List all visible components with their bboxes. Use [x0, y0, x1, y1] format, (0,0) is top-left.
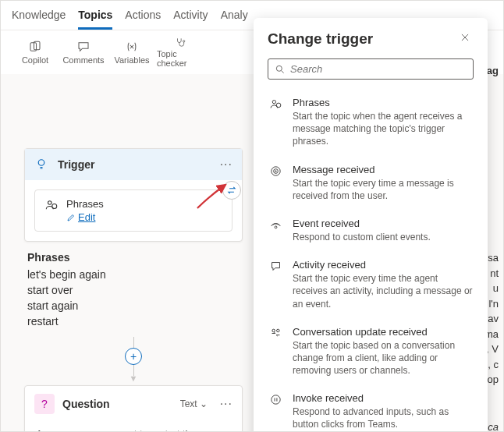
- trigger-option-phrases[interactable]: PhrasesStart the topic when the agent re…: [268, 90, 474, 158]
- pause-circle-icon: [268, 392, 283, 430]
- question-more-menu[interactable]: ···: [220, 397, 232, 411]
- question-header: ? Question Text ⌄ ···: [25, 386, 242, 422]
- phrase-line: start again: [27, 298, 240, 313]
- svg-point-5: [52, 204, 57, 209]
- phrase-line: start over: [27, 282, 240, 298]
- option-desc: Start the topic based on a conversation …: [293, 339, 474, 377]
- tab-topics[interactable]: Topics: [78, 9, 112, 30]
- svg-point-15: [271, 395, 279, 404]
- toolbar-topic-checker[interactable]: Topic checker: [157, 37, 204, 68]
- toolbar-comments[interactable]: Comments: [60, 37, 107, 68]
- svg-point-10: [273, 168, 278, 173]
- close-panel-button[interactable]: [456, 30, 474, 48]
- option-name: Conversation update received: [293, 326, 474, 338]
- copilot-icon: [28, 40, 42, 54]
- add-node-button[interactable]: +: [125, 348, 142, 365]
- phrase-line: restart: [27, 313, 240, 329]
- comment-icon: [76, 40, 91, 54]
- question-body: Are you sure you want to restart the...: [25, 422, 242, 432]
- target-icon: [268, 164, 283, 202]
- option-name: Message received: [293, 164, 474, 175]
- people-swap-icon: [268, 326, 283, 377]
- arrowhead-icon: ▼: [130, 376, 138, 381]
- option-desc: Start the topic every time the agent rec…: [293, 272, 474, 310]
- question-mark-icon: ?: [34, 394, 55, 414]
- broadcast-icon: [268, 218, 283, 243]
- tab-knowledge[interactable]: Knowledge: [12, 9, 66, 30]
- svg-point-14: [276, 329, 279, 332]
- edit-phrases-link[interactable]: Edit: [66, 211, 104, 223]
- trigger-more-menu[interactable]: ···: [220, 158, 232, 172]
- option-name: Invoke received: [293, 392, 474, 404]
- trigger-option-message[interactable]: Message receivedStart the topic every ti…: [268, 158, 474, 211]
- option-desc: Respond to custom client events.: [293, 231, 431, 243]
- trigger-option-activity[interactable]: Activity receivedStart the topic every t…: [268, 253, 474, 320]
- trigger-option-invoke[interactable]: Invoke receivedRespond to advanced input…: [268, 386, 474, 432]
- trigger-header: Trigger ···: [25, 149, 242, 180]
- question-node[interactable]: ? Question Text ⌄ ··· Are you sure you w…: [24, 385, 243, 432]
- trigger-option-conversation-update[interactable]: Conversation update receivedStart the to…: [268, 320, 474, 387]
- phrases-preview: Phrases let's begin again start over sta…: [24, 242, 243, 332]
- toolbar-comments-label: Comments: [62, 55, 104, 65]
- search-field[interactable]: [290, 63, 467, 75]
- node-connector: + ▼: [24, 332, 243, 385]
- option-desc: Respond to advanced inputs, such as butt…: [293, 405, 474, 430]
- trigger-option-event[interactable]: Event receivedRespond to custom client e…: [268, 211, 474, 253]
- person-chat-icon: [44, 198, 59, 214]
- toolbar-variables[interactable]: Variables: [108, 37, 155, 68]
- svg-point-7: [272, 101, 275, 104]
- question-type-dropdown[interactable]: Text ⌄: [180, 398, 208, 409]
- person-chat-icon: [268, 97, 283, 148]
- option-desc: Start the topic when the agent receives …: [293, 110, 474, 148]
- chevron-down-icon: ⌄: [200, 398, 208, 409]
- tab-actions[interactable]: Actions: [125, 9, 161, 30]
- toolbar-topicchecker-label: Topic checker: [157, 49, 204, 68]
- svg-point-2: [183, 41, 185, 42]
- swap-icon: [226, 185, 237, 196]
- svg-point-6: [276, 66, 282, 71]
- change-trigger-panel: Change trigger PhrasesStart the topic wh…: [254, 18, 488, 432]
- trigger-phrases-card[interactable]: Phrases Edit: [34, 189, 232, 232]
- svg-point-13: [272, 329, 275, 332]
- variables-icon: [125, 40, 139, 54]
- panel-title: Change trigger: [268, 30, 456, 48]
- trigger-search-input[interactable]: [268, 58, 474, 80]
- trigger-node[interactable]: Trigger ··· Phrases Edit: [24, 148, 243, 242]
- phrase-line: let's begin again: [27, 267, 240, 282]
- close-icon: [460, 32, 470, 43]
- question-type-label: Text: [180, 398, 197, 409]
- chat-bubble-icon: [268, 259, 283, 310]
- trigger-title: Trigger: [58, 158, 212, 171]
- question-title: Question: [62, 398, 172, 410]
- svg-point-12: [275, 226, 277, 228]
- tab-analytics[interactable]: Analy: [221, 9, 248, 30]
- pencil-icon: [66, 213, 76, 222]
- svg-point-9: [271, 166, 279, 175]
- change-trigger-button[interactable]: [222, 181, 241, 200]
- toolbar-copilot-label: Copilot: [22, 55, 48, 65]
- option-name: Activity received: [293, 259, 474, 271]
- bulb-icon: [34, 157, 50, 172]
- svg-point-8: [276, 103, 281, 108]
- svg-point-3: [38, 160, 44, 166]
- toolbar-copilot[interactable]: Copilot: [12, 37, 59, 68]
- edit-label: Edit: [78, 211, 95, 223]
- right-fragment-top: ag: [487, 63, 499, 79]
- option-name: Phrases: [293, 97, 474, 108]
- stethoscope-icon: [173, 37, 187, 48]
- phrases-header: Phrases: [27, 251, 240, 264]
- svg-point-4: [48, 201, 52, 205]
- option-desc: Start the topic every time a message is …: [293, 177, 474, 202]
- tab-activity[interactable]: Activity: [173, 9, 208, 30]
- option-name: Event received: [293, 218, 431, 229]
- svg-point-11: [275, 170, 275, 171]
- trigger-type-label: Phrases: [66, 198, 104, 210]
- toolbar-variables-label: Variables: [114, 55, 149, 65]
- search-icon: [275, 64, 286, 75]
